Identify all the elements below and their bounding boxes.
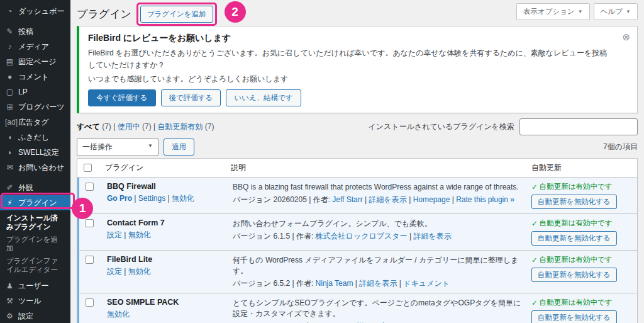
sidebar-item[interactable]: ▢ LP	[0, 84, 70, 99]
notice-title: FileBird にレビューをお願いします	[88, 33, 612, 44]
sidebar-submenu-item[interactable]: インストール済みプラグイン	[0, 212, 70, 233]
sidebar-item-label: 広告タグ	[18, 118, 49, 127]
select-all-checkbox[interactable]	[84, 164, 92, 172]
sidebar-item-label: コメント	[18, 72, 49, 81]
chevron-down-icon: ▼	[578, 9, 583, 14]
sidebar-item-label: ふきだし	[18, 133, 49, 142]
disable-auto-update-button[interactable]: 自動更新を無効化する	[531, 310, 617, 323]
disable-auto-update-button[interactable]: 自動更新を無効化する	[531, 268, 617, 282]
rate-later-button[interactable]: 後で評価する	[161, 89, 221, 106]
rate-now-button[interactable]: 今すぐ評価する	[88, 89, 156, 106]
link[interactable]: Homepage	[413, 195, 450, 204]
sidebar-item[interactable]: ⚙ 設定	[0, 309, 70, 323]
sidebar-item[interactable]: ♟ ユーザー	[0, 278, 70, 293]
chevron-down-icon: ▼	[148, 143, 153, 149]
auto-update-status: ✓ 自動更新は有効中です	[531, 182, 632, 191]
sidebar-item[interactable]: ✎ 投稿	[0, 24, 70, 39]
sidebar-item[interactable]: ◗ SWELL設定	[0, 145, 70, 160]
help-button[interactable]: ヘルプ ▼	[594, 3, 638, 20]
plugin-action-links: 設定 | 無効化	[107, 230, 220, 240]
check-icon: ✓	[531, 219, 538, 228]
link[interactable]: 使用中	[118, 122, 140, 131]
link[interactable]: Rate this plugin »	[456, 195, 514, 204]
auto-update-status-text: 自動更新は有効中です	[540, 255, 613, 264]
sidebar-item-icon: ✉	[5, 163, 14, 172]
bulk-actions-row: 一括操作 ▼ 適用 7個の項目	[77, 137, 638, 156]
link[interactable]: 無効化	[107, 310, 130, 319]
link[interactable]: 無効化	[128, 267, 151, 276]
auto-update-status: ✓ 自動更新は有効中です	[531, 298, 632, 307]
link[interactable]: 無効化	[172, 194, 194, 203]
text: |	[353, 279, 359, 288]
text: |	[407, 195, 413, 204]
link[interactable]: 無効化	[128, 230, 151, 239]
plugins-table: プラグイン 説明 自動更新 BBQ Firewall Go Pro | Sett…	[77, 158, 638, 323]
page-title: プラグイン	[77, 7, 131, 21]
text: (7)	[100, 122, 111, 131]
sidebar-item[interactable]: [ad] 広告タグ	[0, 115, 70, 130]
sidebar-item[interactable]: ◔ ダッシュボード	[0, 4, 70, 19]
plugin-meta: バージョン 6.5.2 | 作者: Ninja Team | 詳細を表示 | ド…	[233, 278, 525, 288]
sidebar-item[interactable]: ✐ 外観	[0, 180, 70, 195]
sidebar-item-icon: ▢	[5, 88, 14, 96]
text: バージョン 6.5.2 | 作者:	[233, 279, 316, 288]
plugin-action-links: 設定 | 無効化	[107, 266, 220, 276]
filter-row: すべて (7) | 使用中 (7) | 自動更新有効 (7) インストールされて…	[77, 118, 638, 135]
sidebar-menu-lower: ♟ ユーザー ⚒ ツール ⚙ 設定 ◈ FileBird	[0, 278, 70, 323]
sidebar-item[interactable]: ⊞ ブログパーツ	[0, 99, 70, 115]
row-checkbox[interactable]	[86, 183, 94, 191]
sidebar-plugins-submenu: インストール済みプラグイン プラグインを追加 プラグインファイルエディター	[0, 210, 70, 278]
plugin-meta: バージョン 6.1.5 | 作者: 株式会社ロックロブスター | 詳細を表示	[233, 231, 525, 241]
sidebar-item[interactable]: ● コメント	[0, 69, 70, 84]
sidebar-item[interactable]: ♪ メディア	[0, 39, 70, 54]
link[interactable]: Settings	[138, 194, 165, 203]
sidebar-item-icon: ▤	[5, 57, 14, 66]
link[interactable]: 詳細を表示	[369, 195, 407, 204]
sidebar-submenu-item[interactable]: プラグインを追加	[0, 233, 70, 254]
link[interactable]: 自動更新有効	[157, 122, 203, 131]
sidebar-item-icon: ⊞	[5, 103, 14, 111]
dismiss-notice-icon[interactable]: ⊗	[622, 32, 630, 42]
column-auto-update: 自動更新	[531, 159, 637, 177]
add-plugin-button[interactable]: プラグインを追加	[140, 6, 213, 23]
link[interactable]: すべて	[77, 122, 100, 131]
sidebar-item[interactable]: ⚒ ツール	[0, 293, 70, 309]
link[interactable]: Go Pro	[107, 194, 132, 203]
sidebar-item[interactable]: ◖ ふきだし	[0, 130, 70, 145]
column-plugin[interactable]: プラグイン	[99, 159, 225, 177]
screen-options-label: 表示オプション	[523, 7, 575, 16]
link[interactable]: Jeff Starr	[332, 195, 362, 204]
text: |	[122, 267, 128, 276]
link[interactable]: ドキュメント	[403, 279, 450, 288]
sidebar-submenu-item[interactable]: プラグインファイルエディター	[0, 254, 70, 276]
row-checkbox[interactable]	[86, 298, 94, 307]
text: |	[152, 122, 158, 131]
column-description: 説明	[225, 159, 531, 177]
link[interactable]: 設定	[107, 230, 122, 239]
disable-auto-update-button[interactable]: 自動更新を無効化する	[531, 195, 617, 209]
apply-button[interactable]: 適用	[164, 139, 194, 156]
sidebar-item-label: 外観	[18, 183, 33, 192]
text: |	[165, 194, 172, 203]
annotation-badge-2: 2	[225, 1, 246, 23]
sidebar-item[interactable]: ▤ 固定ページ	[0, 54, 70, 69]
link[interactable]: 詳細を表示	[413, 232, 451, 241]
plugin-action-links: Go Pro | Settings | 無効化	[107, 193, 220, 203]
link[interactable]: 詳細を表示	[359, 279, 397, 288]
link[interactable]: 設定	[107, 267, 122, 276]
sidebar-item[interactable]: ✉ お問い合わせ	[0, 160, 70, 175]
sidebar-item[interactable]: ⚡ プラグイン	[0, 195, 70, 210]
bulk-action-select[interactable]: 一括操作 ▼	[77, 138, 158, 156]
link[interactable]: Ninja Team	[316, 279, 353, 288]
admin-sidebar: ◔ ダッシュボード ✎ 投稿 ♪ メディア ▤ 固定ページ	[0, 0, 70, 323]
text: |	[397, 279, 404, 288]
row-checkbox[interactable]	[86, 219, 94, 227]
search-input[interactable]	[519, 118, 638, 135]
plugin-meta: バージョン 20260205 | 作者: Jeff Starr | 詳細を表示 …	[233, 195, 525, 205]
screen-options-button[interactable]: 表示オプション ▼	[516, 3, 590, 20]
notice-line2: いつまでも感謝しています。どうぞよろしくお願いします	[88, 73, 612, 85]
no-thanks-button[interactable]: いいえ、結構です	[226, 89, 301, 106]
disable-auto-update-button[interactable]: 自動更新を無効化する	[531, 231, 617, 246]
link[interactable]: 株式会社ロックロブスター	[316, 232, 408, 241]
row-checkbox[interactable]	[86, 256, 94, 264]
